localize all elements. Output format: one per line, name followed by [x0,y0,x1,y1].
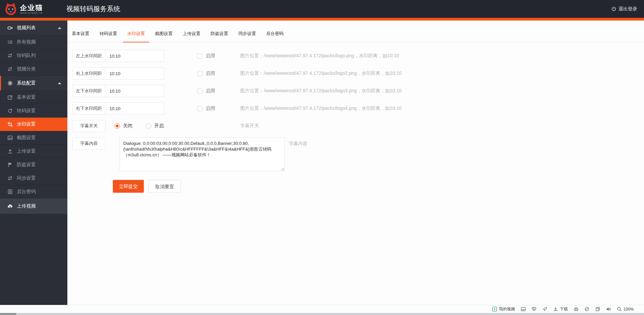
tab-antitheft-settings[interactable]: 防盗设置 [206,25,232,42]
screenshot-button[interactable] [521,307,526,312]
enable-checkbox[interactable] [197,106,202,111]
field-label: 右上水印间距 [72,67,105,80]
sidebar-section-video-list[interactable]: 视频列表 [0,21,67,35]
browser-status-bar: 我的视频 下载 100% [0,305,644,313]
sidebar-item-all-videos[interactable]: 所有视频 [0,35,67,49]
tab-watermark-settings[interactable]: 水印设置 [123,25,149,42]
tab-admin-password[interactable]: 后台密码 [262,25,288,42]
field-hint: 图片位置：/www/wwwroot/47.97.4.172/packs/logo… [240,70,401,76]
sidebar-item-label: 防盗设置 [17,162,36,168]
tab-sync-settings[interactable]: 同步设置 [234,25,260,42]
sidebar-item-antitheft-settings[interactable]: 防盗设置 [0,158,67,171]
chevron-up-icon [58,82,61,84]
subtitle-switch-group: 关闭 开启 [115,123,164,129]
my-videos-label: 我的视频 [499,306,515,312]
sidebar-section-system-config[interactable]: 系统配置 [0,76,67,91]
enable-label: 启用 [206,53,215,59]
logout-label: 退出登录 [618,6,637,12]
health-button[interactable] [532,307,537,312]
refresh-icon [7,108,13,114]
magnifier-icon [617,307,622,312]
radio-subtitle-on[interactable] [146,123,151,129]
logout-button[interactable]: 退出登录 [611,0,637,18]
brand-tagline: WWW.QYMAO.CN [20,11,43,14]
radio-label-on: 开启 [154,123,164,129]
exchange-icon [7,53,13,58]
enable-checkbox[interactable] [197,89,202,94]
tab-transcode-settings[interactable]: 转码设置 [95,25,121,42]
sidebar-item-sync-settings[interactable]: 同步设置 [0,171,67,185]
tab-basic-settings[interactable]: 基本设置 [67,25,94,42]
subtitle-content-textarea[interactable]: Dialogue: 0,0:00:03.00,0:00:30.00,Defaul… [120,137,285,171]
booster-button[interactable] [542,307,547,312]
sidebar-item-watermark-settings[interactable]: 水印设置 [0,118,67,131]
horizontal-scrollbar[interactable] [0,313,644,315]
enable-label: 启用 [206,88,215,94]
image-icon [521,307,526,312]
submit-button[interactable]: 立即提交 [113,180,144,193]
reset-button[interactable]: 取消重置 [149,180,181,193]
field-label: 字幕内容 [72,137,105,150]
sidebar-item-upload-settings[interactable]: 上传设置 [0,145,67,158]
scrollbar-thumb[interactable] [0,313,16,315]
sidebar-item-label: 基本设置 [17,94,36,100]
sidebar-item-video-category[interactable]: 视频分类 [0,62,67,76]
video-camera-icon [7,25,13,31]
sidebar-item-label: 视频分类 [17,66,36,72]
form-row-subtitle-switch: 字幕开关 关闭 开启 字幕开关 [72,120,644,132]
id-card-icon [7,189,13,194]
sidebar-item-label: 转码设置 [17,108,36,114]
watermark-margin-input-bottom-left[interactable] [105,85,164,97]
brand-logo[interactable]: 企业猫 WWW.QYMAO.CN [4,2,43,16]
volume-button[interactable] [606,307,611,312]
crop-icon [7,122,13,127]
tab-screenshot-settings[interactable]: 截图设置 [151,25,177,42]
sidebar: 视频列表 所有视频 转码队列 视频分类 系统配置 基本设置 转码设置 [0,21,67,305]
edit-icon [7,95,13,100]
download-button[interactable]: 下载 [553,306,568,312]
sidebar-item-label: 系统配置 [17,80,36,86]
radio-subtitle-off[interactable] [115,123,120,129]
watermark-form: 左上水印间距 启用 图片位置：/www/wwwroot/47.97.4.172/… [67,42,644,193]
sidebar-item-label: 同步设置 [17,175,36,181]
watermark-margin-input-top-right[interactable] [105,67,164,80]
form-row-top-left-watermark: 左上水印间距 启用 图片位置：/www/wwwroot/47.97.4.172/… [72,50,644,62]
sidebar-item-screenshot-settings[interactable]: 截图设置 [0,131,67,145]
sidebar-item-label: 视频列表 [17,25,36,31]
boss-key-button[interactable] [574,307,579,312]
rocket-icon [542,307,547,312]
my-videos-button[interactable]: 我的视频 [492,306,515,312]
sidebar-item-transcode-queue[interactable]: 转码队列 [0,49,67,62]
window-restore-button[interactable] [595,307,600,312]
sidebar-item-transcode-settings[interactable]: 转码设置 [0,104,67,118]
sidebar-item-admin-password[interactable]: 后台密码 [0,185,67,198]
enable-label: 启用 [206,70,215,76]
field-label: 字幕开关 [72,120,105,132]
tab-upload-settings[interactable]: 上传设置 [179,25,205,42]
sidebar-item-label: 水印设置 [17,121,36,127]
brand-name: 企业猫 [20,4,43,11]
sidebar-item-basic-settings[interactable]: 基本设置 [0,91,67,104]
exchange-icon [7,176,13,181]
heart-icon [532,307,537,312]
sidebar-item-label: 上传设置 [17,148,36,154]
field-hint: 图片位置：/www/wwwroot/47.97.4.172/packs/logo… [240,105,401,112]
list-icon [7,39,13,45]
sidebar-item-upload-video[interactable]: 上传视频 [0,198,67,214]
sidebar-item-label: 上传视频 [17,203,36,209]
upload-icon [7,149,13,154]
power-icon [611,6,616,11]
form-row-top-right-watermark: 右上水印间距 启用 图片位置：/www/wwwroot/47.97.4.172/… [72,67,644,80]
enable-checkbox[interactable] [197,71,202,76]
app-window: 企业猫 WWW.QYMAO.CN 视频转码服务系统 退出登录 视频列表 所有视频… [0,0,644,315]
top-header: 企业猫 WWW.QYMAO.CN 视频转码服务系统 退出登录 [0,0,644,18]
cleaner-button[interactable] [584,307,589,312]
sidebar-item-label: 所有视频 [17,39,36,45]
window-icon [595,307,600,312]
watermark-margin-input-bottom-right[interactable] [105,102,164,115]
enable-checkbox[interactable] [197,54,202,59]
zoom-control[interactable]: 100% [617,307,634,312]
enable-label: 启用 [206,105,215,112]
field-hint: 字幕开关 [240,123,259,129]
watermark-margin-input-top-left[interactable] [105,50,164,62]
